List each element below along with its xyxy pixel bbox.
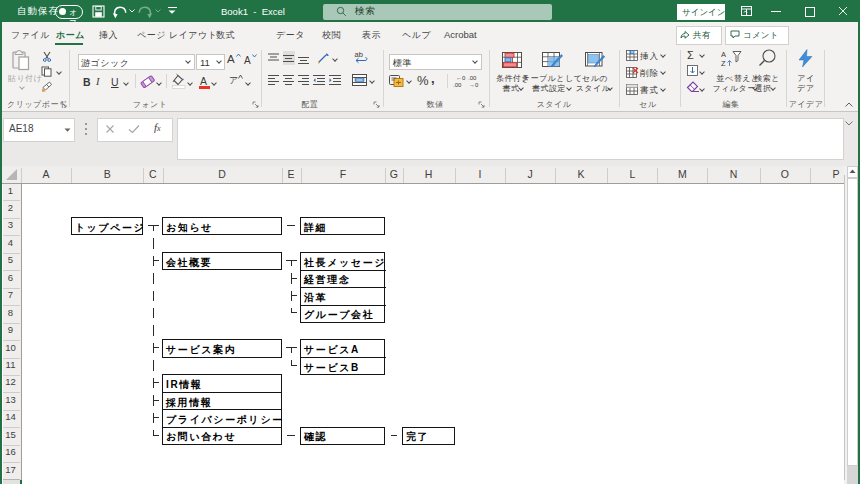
svg-text:→0: →0 [469, 82, 479, 88]
svg-text:Z: Z [721, 59, 726, 67]
svg-text:←0: ←0 [456, 75, 466, 81]
svg-text:ab: ab [355, 50, 363, 59]
svg-text:A: A [721, 50, 726, 59]
svg-text:.00: .00 [468, 75, 477, 81]
svg-text:.00: .00 [453, 82, 462, 88]
